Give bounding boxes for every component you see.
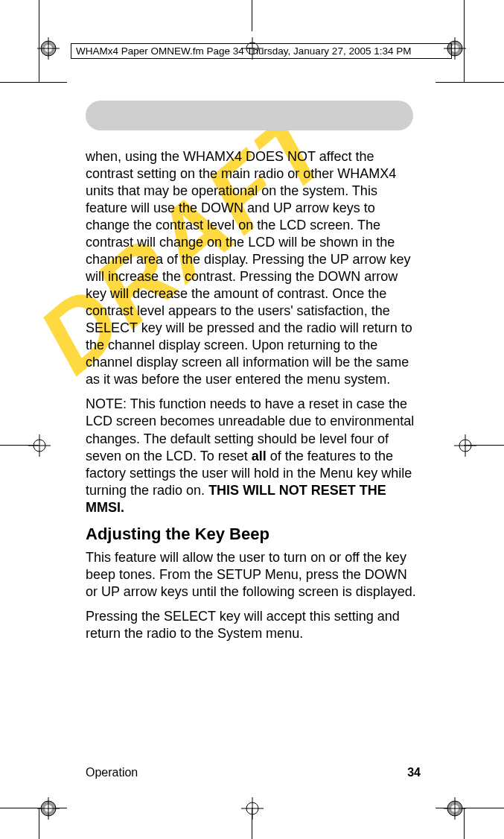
- page-number: 34: [407, 766, 421, 779]
- section-header-bar: [86, 101, 413, 130]
- body-text-bold: all: [252, 449, 267, 463]
- page-footer: Operation 34: [86, 766, 421, 779]
- registration-mark-icon: [241, 797, 264, 820]
- registration-mark-icon: [454, 434, 476, 457]
- registration-mark-icon: [28, 434, 51, 457]
- registration-mark-icon: [37, 797, 60, 820]
- body-paragraph: This feature will allow the user to turn…: [86, 549, 421, 601]
- body-paragraph: when, using the WHAMX4 DOES NOT affect t…: [86, 148, 421, 388]
- running-head: WHAMx4 Paper OMNEW.fm Page 34 Thursday, …: [71, 43, 452, 59]
- registration-mark-icon: [444, 797, 466, 820]
- subheading: Adjusting the Key Beep: [86, 524, 421, 545]
- footer-section-label: Operation: [86, 766, 138, 779]
- registration-mark-icon: [37, 37, 60, 60]
- body-paragraph: NOTE: This function needs to have a rese…: [86, 396, 421, 516]
- page-content: when, using the WHAMX4 DOES NOT affect t…: [86, 101, 421, 650]
- body-paragraph: Pressing the SELECT key will accept this…: [86, 608, 421, 642]
